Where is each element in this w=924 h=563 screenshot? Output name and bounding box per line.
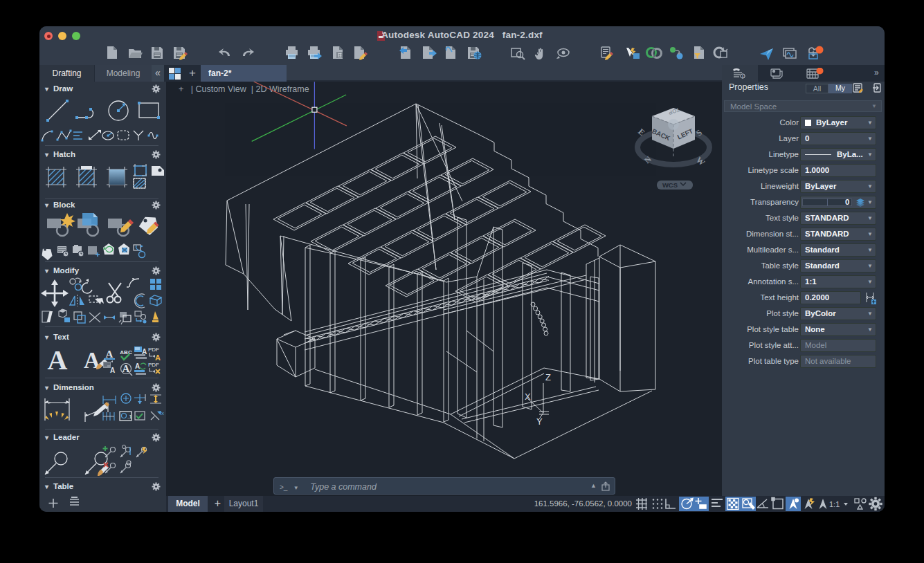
svg-text:WCS: WCS bbox=[662, 181, 678, 189]
svg-text:ABC: ABC bbox=[120, 349, 132, 356]
svg-text:A: A bbox=[48, 344, 68, 376]
svg-text:.1: .1 bbox=[127, 414, 132, 420]
svg-text:A: A bbox=[106, 349, 114, 360]
svg-text:PDF: PDF bbox=[148, 362, 159, 368]
svg-text:X: X bbox=[525, 391, 531, 402]
svg-text:i: i bbox=[742, 74, 743, 79]
svg-text:A: A bbox=[110, 367, 115, 374]
svg-text:1:1: 1:1 bbox=[829, 500, 840, 508]
svg-text:Y: Y bbox=[536, 416, 543, 427]
svg-text:A: A bbox=[135, 362, 140, 370]
svg-text:PDF: PDF bbox=[148, 347, 159, 353]
svg-text:A: A bbox=[123, 363, 130, 374]
svg-text:Z: Z bbox=[545, 372, 551, 382]
svg-text:A: A bbox=[155, 353, 161, 362]
